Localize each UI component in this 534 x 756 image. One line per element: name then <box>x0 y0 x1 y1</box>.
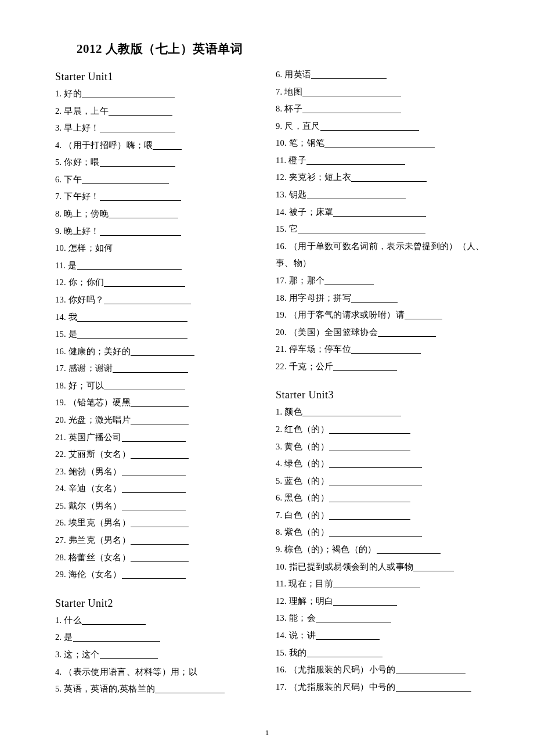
fill-blank[interactable] <box>104 279 185 287</box>
fill-blank[interactable] <box>104 381 185 390</box>
list-item: 12. 夹克衫；短上衣 <box>276 169 479 186</box>
fill-blank[interactable] <box>155 685 225 694</box>
fill-blank[interactable] <box>122 467 186 476</box>
list-item: 8. 杯子 <box>276 100 479 118</box>
fill-blank[interactable] <box>377 546 441 555</box>
fill-blank[interactable] <box>306 156 405 165</box>
fill-blank[interactable] <box>298 225 425 234</box>
item-number: 11. <box>55 261 66 270</box>
fill-blank[interactable] <box>153 141 182 150</box>
fill-blank[interactable] <box>413 563 454 571</box>
fill-blank[interactable] <box>405 311 442 320</box>
fill-blank[interactable] <box>329 494 410 503</box>
fill-blank[interactable] <box>307 191 406 200</box>
fill-blank[interactable] <box>329 460 422 469</box>
fill-blank[interactable] <box>100 650 158 659</box>
fill-blank[interactable] <box>324 276 374 285</box>
fill-blank[interactable] <box>131 416 189 424</box>
fill-blank[interactable] <box>122 433 186 442</box>
fill-blank[interactable] <box>333 580 420 589</box>
fill-blank[interactable] <box>77 330 187 339</box>
list-item: 16. （用于单数可数名词前，表示未曾提到的）（人、 <box>276 238 479 255</box>
fill-blank[interactable] <box>131 519 189 528</box>
fill-blank[interactable] <box>329 442 410 451</box>
list-item: 18. 用字母拼；拼写 <box>276 290 479 307</box>
fill-blank[interactable] <box>109 107 172 116</box>
fill-blank[interactable] <box>302 408 401 417</box>
fill-blank[interactable] <box>113 365 188 373</box>
fill-blank[interactable] <box>316 631 380 640</box>
item-number: 5. <box>55 684 62 693</box>
fill-blank[interactable] <box>351 294 398 303</box>
list-item: 26. 埃里克（男名） <box>55 514 258 532</box>
fill-blank[interactable] <box>396 683 471 692</box>
fill-blank[interactable] <box>122 571 186 579</box>
fill-blank[interactable] <box>100 159 175 167</box>
item-number: 17. <box>276 682 287 692</box>
list-item: 28. 格蕾丝（女名） <box>55 549 258 567</box>
fill-blank[interactable] <box>100 124 175 133</box>
list-item: 13. 钥匙 <box>276 186 479 204</box>
fill-blank[interactable] <box>333 362 397 371</box>
item-text: 能；会 <box>287 613 316 622</box>
fill-blank[interactable] <box>131 451 189 459</box>
item-number: 6. <box>55 175 62 184</box>
fill-blank[interactable] <box>77 313 187 322</box>
item-number: 9. <box>276 545 282 554</box>
fill-blank[interactable] <box>351 345 421 354</box>
item-number: 6. <box>276 70 282 79</box>
list-item: 10. 怎样；如何 <box>55 240 258 257</box>
fill-blank[interactable] <box>324 139 435 148</box>
item-number: 15. <box>55 329 66 339</box>
fill-blank[interactable] <box>396 666 466 675</box>
item-text: 什么 <box>62 615 82 625</box>
list-item: 9. 棕色（的)；褐色（的） <box>276 541 479 559</box>
item-number: 3. <box>276 442 282 451</box>
fill-blank[interactable] <box>333 597 397 606</box>
fill-blank[interactable] <box>329 511 410 520</box>
fill-blank[interactable] <box>351 174 427 182</box>
fill-blank[interactable] <box>104 296 191 304</box>
unit-title-s3: Starter Unit3 <box>276 389 479 401</box>
item-number: 16. <box>276 665 287 674</box>
list-item: 事、物） <box>276 255 479 272</box>
fill-blank[interactable] <box>320 122 419 131</box>
item-text: 颜色 <box>282 407 302 416</box>
item-number: 8. <box>276 104 282 113</box>
fill-blank[interactable] <box>316 614 391 623</box>
fill-blank[interactable] <box>311 71 387 80</box>
fill-blank[interactable] <box>302 105 401 114</box>
fill-blank[interactable] <box>302 88 401 96</box>
unit-s2-right: 6. 用英语7. 地图8. 杯子9. 尺，直尺10. 笔；钢笔11. 橙子12.… <box>276 66 479 375</box>
fill-blank[interactable] <box>82 616 146 625</box>
fill-blank[interactable] <box>307 649 383 657</box>
item-text: 蓝色（的） <box>282 476 329 485</box>
page-title: 2012 人教版（七上）英语单词 <box>55 41 479 57</box>
fill-blank[interactable] <box>131 553 189 562</box>
fill-blank[interactable] <box>122 502 186 510</box>
fill-blank[interactable] <box>378 328 436 337</box>
fill-blank[interactable] <box>131 347 194 356</box>
fill-blank[interactable] <box>329 425 410 434</box>
item-text: 鲍勃（男名） <box>66 467 122 476</box>
fill-blank[interactable] <box>122 485 186 494</box>
item-number: 20. <box>276 327 287 337</box>
fill-blank[interactable] <box>82 90 175 99</box>
item-number: 14. <box>276 631 287 640</box>
fill-blank[interactable] <box>333 208 426 217</box>
item-text: 健康的；美好的 <box>66 347 131 356</box>
item-text: 被子；床罩 <box>287 207 333 217</box>
list-item: 11. 橙子 <box>276 152 479 170</box>
list-item: 10. 笔；钢笔 <box>276 135 479 152</box>
fill-blank[interactable] <box>131 537 189 545</box>
item-text: 它 <box>287 224 298 233</box>
fill-blank[interactable] <box>131 399 189 408</box>
fill-blank[interactable] <box>73 633 160 642</box>
fill-blank[interactable] <box>100 193 181 201</box>
fill-blank[interactable] <box>329 477 422 485</box>
fill-blank[interactable] <box>109 210 178 219</box>
fill-blank[interactable] <box>329 528 422 537</box>
fill-blank[interactable] <box>100 227 181 236</box>
fill-blank[interactable] <box>77 261 182 270</box>
fill-blank[interactable] <box>82 175 169 184</box>
